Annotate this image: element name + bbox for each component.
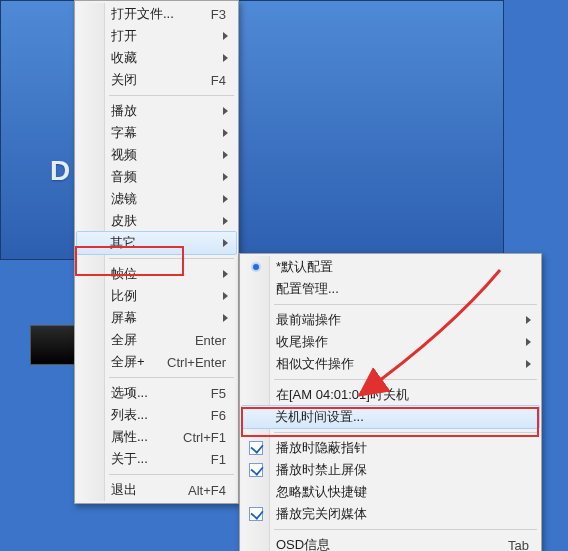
menu-item-默认配置[interactable]: *默认配置 [242, 256, 539, 278]
menu-item-相似文件操作[interactable]: 相似文件操作 [242, 353, 539, 375]
menu-item-label: 播放时隐蔽指针 [276, 439, 367, 457]
menu-item-label: 相似文件操作 [276, 355, 354, 373]
menu-item-label: 收藏 [111, 49, 137, 67]
menu-item-label: 播放时禁止屏保 [276, 461, 367, 479]
menu-item-比例[interactable]: 比例 [77, 285, 236, 307]
menu-item-label: 全屏 [111, 331, 137, 349]
menu-item-label: 配置管理... [276, 280, 339, 298]
menu-item-label: 收尾操作 [276, 333, 328, 351]
menu-item-label: 全屏+ [111, 353, 145, 371]
menu-item-label: 皮肤 [111, 212, 137, 230]
context-menu-main[interactable]: 打开文件...F3打开收藏关闭F4播放字幕视频音频滤镜皮肤其它帧位比例屏幕全屏E… [74, 0, 239, 504]
menu-item-收藏[interactable]: 收藏 [77, 47, 236, 69]
menu-item-label: 打开文件... [111, 5, 174, 23]
menu-item-hotkey: Enter [195, 333, 226, 348]
menu-item-视频[interactable]: 视频 [77, 144, 236, 166]
menu-item-label: 属性... [111, 428, 148, 446]
menu-item-label: 退出 [111, 481, 137, 499]
menu-item-label: 音频 [111, 168, 137, 186]
menu-item-音频[interactable]: 音频 [77, 166, 236, 188]
menu-item-osd信息[interactable]: OSD信息Tab [242, 534, 539, 551]
app-logo-letter: D [50, 155, 70, 187]
checkbox-mark-icon [249, 441, 263, 455]
menu-item-在-am-04-01-01-时关机[interactable]: 在[AM 04:01:01]时关机 [242, 384, 539, 406]
menu-item-label: 滤镜 [111, 190, 137, 208]
menu-item-皮肤[interactable]: 皮肤 [77, 210, 236, 232]
radio-dot-icon [253, 264, 259, 270]
menu-item-hotkey: Ctrl+Enter [167, 355, 226, 370]
menu-item-label: 列表... [111, 406, 148, 424]
checkbox-icon [246, 504, 266, 524]
menu-item-label: 关于... [111, 450, 148, 468]
menu-item-label: 关闭 [111, 71, 137, 89]
menu-item-收尾操作[interactable]: 收尾操作 [242, 331, 539, 353]
menu-item-label: 忽略默认快捷键 [276, 483, 367, 501]
menu-item-hotkey: F1 [211, 452, 226, 467]
menu-item-滤镜[interactable]: 滤镜 [77, 188, 236, 210]
checkbox-icon [246, 438, 266, 458]
menu-item-label: OSD信息 [276, 536, 330, 551]
menu-item-选项[interactable]: 选项...F5 [77, 382, 236, 404]
menu-item-hotkey: F6 [211, 408, 226, 423]
menu-separator [274, 432, 537, 433]
menu-item-label: 在[AM 04:01:01]时关机 [276, 386, 409, 404]
radio-selected-icon [246, 257, 266, 277]
menu-item-播放时隐蔽指针[interactable]: 播放时隐蔽指针 [242, 437, 539, 459]
menu-item-label: 屏幕 [111, 309, 137, 327]
menu-item-label: 关机时间设置... [275, 408, 364, 426]
menu-item-播放[interactable]: 播放 [77, 100, 236, 122]
menu-item-hotkey: Alt+F4 [188, 483, 226, 498]
menu-item-字幕[interactable]: 字幕 [77, 122, 236, 144]
menu-item-hotkey: Tab [508, 538, 529, 552]
menu-item-全屏[interactable]: 全屏Enter [77, 329, 236, 351]
menu-separator [274, 529, 537, 530]
menu-item-打开[interactable]: 打开 [77, 25, 236, 47]
menu-separator [274, 379, 537, 380]
menu-item-label: 比例 [111, 287, 137, 305]
desktop-background: D 打开文件...F3打开收藏关闭F4播放字幕视频音频滤镜皮肤其它帧位比例屏幕全… [0, 0, 568, 551]
menu-item-屏幕[interactable]: 屏幕 [77, 307, 236, 329]
menu-item-label: 播放完关闭媒体 [276, 505, 367, 523]
menu-item-hotkey: F5 [211, 386, 226, 401]
menu-item-label: 字幕 [111, 124, 137, 142]
menu-item-关于[interactable]: 关于...F1 [77, 448, 236, 470]
menu-item-label: 帧位 [111, 265, 137, 283]
menu-item-全屏[interactable]: 全屏+Ctrl+Enter [77, 351, 236, 373]
menu-item-列表[interactable]: 列表...F6 [77, 404, 236, 426]
menu-item-hotkey: F4 [211, 73, 226, 88]
menu-separator [109, 474, 234, 475]
menu-item-label: *默认配置 [276, 258, 333, 276]
menu-separator [109, 95, 234, 96]
menu-separator [109, 377, 234, 378]
menu-item-hotkey: Ctrl+F1 [183, 430, 226, 445]
menu-item-hotkey: F3 [211, 7, 226, 22]
menu-item-label: 视频 [111, 146, 137, 164]
menu-item-忽略默认快捷键[interactable]: 忽略默认快捷键 [242, 481, 539, 503]
menu-separator [109, 258, 234, 259]
menu-item-label: 打开 [111, 27, 137, 45]
menu-item-播放完关闭媒体[interactable]: 播放完关闭媒体 [242, 503, 539, 525]
checkbox-mark-icon [249, 463, 263, 477]
menu-item-退出[interactable]: 退出Alt+F4 [77, 479, 236, 501]
menu-item-帧位[interactable]: 帧位 [77, 263, 236, 285]
checkbox-icon [246, 460, 266, 480]
menu-item-最前端操作[interactable]: 最前端操作 [242, 309, 539, 331]
menu-item-配置管理[interactable]: 配置管理... [242, 278, 539, 300]
menu-item-属性[interactable]: 属性...Ctrl+F1 [77, 426, 236, 448]
menu-item-关闭[interactable]: 关闭F4 [77, 69, 236, 91]
checkbox-mark-icon [249, 507, 263, 521]
menu-item-label: 选项... [111, 384, 148, 402]
menu-separator [274, 304, 537, 305]
menu-item-label: 最前端操作 [276, 311, 341, 329]
menu-item-关机时间设置[interactable]: 关机时间设置... [241, 405, 540, 429]
menu-item-打开文件[interactable]: 打开文件...F3 [77, 3, 236, 25]
context-menu-other[interactable]: *默认配置配置管理...最前端操作收尾操作相似文件操作在[AM 04:01:01… [239, 253, 542, 551]
menu-item-其它[interactable]: 其它 [76, 231, 237, 255]
menu-item-label: 其它 [110, 234, 136, 252]
menu-item-label: 播放 [111, 102, 137, 120]
menu-item-播放时禁止屏保[interactable]: 播放时禁止屏保 [242, 459, 539, 481]
